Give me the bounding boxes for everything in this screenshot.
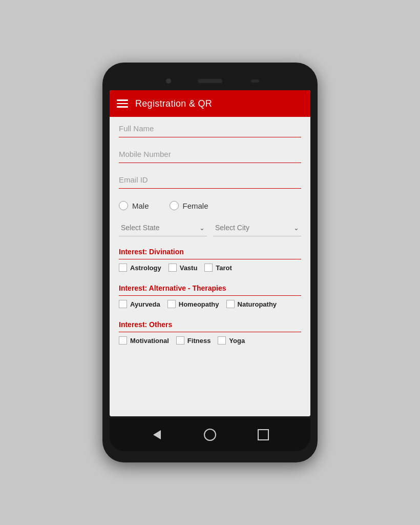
motivational-checkbox[interactable] bbox=[119, 336, 127, 345]
female-label: Female bbox=[183, 201, 208, 210]
homeopathy-checkbox[interactable] bbox=[167, 300, 176, 308]
motivational-label: Motivational bbox=[130, 337, 169, 345]
homeopathy-label: Homeopathy bbox=[179, 300, 219, 308]
city-chevron-icon: ⌄ bbox=[293, 224, 299, 232]
state-label: Select State bbox=[121, 224, 160, 232]
state-select[interactable]: Select State ⌄ bbox=[119, 219, 207, 236]
female-radio[interactable]: Female bbox=[170, 201, 208, 210]
yoga-checkbox-item[interactable]: Yoga bbox=[218, 336, 245, 345]
phone-top bbox=[110, 72, 310, 90]
email-input[interactable] bbox=[119, 173, 301, 186]
top-bar: Registration & QR bbox=[110, 90, 310, 117]
city-select[interactable]: Select City ⌄ bbox=[213, 219, 301, 236]
ayurveda-checkbox[interactable] bbox=[119, 300, 127, 308]
interest-divination-title: Interest: Divination bbox=[119, 244, 301, 259]
interest-therapies-section: Interest: Alternative - Therapies Ayurve… bbox=[119, 280, 301, 313]
phone-device: Registration & QR Male Female bbox=[102, 63, 318, 462]
astrology-checkbox-item[interactable]: Astrology bbox=[119, 264, 161, 272]
tarot-checkbox-item[interactable]: Tarot bbox=[204, 264, 232, 272]
form-area: Male Female Select State ⌄ Select City ⌄ bbox=[110, 117, 310, 416]
naturopathy-checkbox[interactable] bbox=[226, 300, 235, 308]
interest-therapies-title: Interest: Alternative - Therapies bbox=[119, 280, 301, 296]
mobile-field-group bbox=[119, 143, 301, 163]
vastu-label: Vastu bbox=[180, 264, 198, 272]
vastu-checkbox-item[interactable]: Vastu bbox=[169, 264, 198, 272]
full-name-field-group bbox=[119, 117, 301, 137]
divination-checkboxes: Astrology Vastu Tarot bbox=[119, 264, 301, 277]
therapies-checkboxes: Ayurveda Homeopathy Naturopathy bbox=[119, 300, 301, 313]
ayurveda-label: Ayurveda bbox=[130, 300, 160, 308]
back-button[interactable] bbox=[149, 427, 165, 443]
fitness-label: Fitness bbox=[187, 337, 211, 345]
phone-screen: Registration & QR Male Female bbox=[110, 90, 310, 416]
mobile-input[interactable] bbox=[119, 148, 301, 160]
recents-button[interactable] bbox=[255, 427, 271, 443]
yoga-label: Yoga bbox=[229, 337, 245, 345]
interest-others-title: Interest: Others bbox=[119, 316, 301, 332]
tarot-checkbox[interactable] bbox=[204, 264, 213, 272]
motivational-checkbox-item[interactable]: Motivational bbox=[119, 336, 169, 345]
sensor bbox=[251, 79, 259, 83]
male-label: Male bbox=[132, 201, 149, 210]
male-radio-circle bbox=[119, 201, 128, 210]
astrology-checkbox[interactable] bbox=[119, 264, 127, 272]
location-row: Select State ⌄ Select City ⌄ bbox=[119, 219, 301, 236]
naturopathy-checkbox-item[interactable]: Naturopathy bbox=[226, 300, 277, 308]
state-chevron-icon: ⌄ bbox=[199, 224, 205, 232]
yoga-checkbox[interactable] bbox=[218, 336, 226, 345]
camera bbox=[166, 78, 171, 84]
email-field-group bbox=[119, 168, 301, 189]
female-radio-circle bbox=[170, 201, 179, 210]
others-checkboxes: Motivational Fitness Yoga bbox=[119, 336, 301, 350]
interest-divination-section: Interest: Divination Astrology Vastu Tar… bbox=[119, 244, 301, 277]
nav-bar bbox=[110, 418, 310, 451]
vastu-checkbox[interactable] bbox=[169, 264, 177, 272]
app-title: Registration & QR bbox=[135, 98, 212, 109]
speaker bbox=[198, 79, 222, 83]
tarot-label: Tarot bbox=[216, 264, 232, 272]
male-radio[interactable]: Male bbox=[119, 201, 149, 210]
gender-group: Male Female bbox=[119, 194, 301, 215]
interest-others-section: Interest: Others Motivational Fitness Yo… bbox=[119, 316, 301, 350]
astrology-label: Astrology bbox=[130, 264, 161, 272]
fitness-checkbox[interactable] bbox=[176, 336, 184, 345]
homeopathy-checkbox-item[interactable]: Homeopathy bbox=[167, 300, 219, 308]
city-label: Select City bbox=[215, 224, 249, 232]
hamburger-icon[interactable] bbox=[117, 99, 128, 108]
naturopathy-label: Naturopathy bbox=[238, 300, 277, 308]
ayurveda-checkbox-item[interactable]: Ayurveda bbox=[119, 300, 160, 308]
full-name-input[interactable] bbox=[119, 122, 301, 135]
home-button[interactable] bbox=[202, 427, 218, 443]
fitness-checkbox-item[interactable]: Fitness bbox=[176, 336, 211, 345]
